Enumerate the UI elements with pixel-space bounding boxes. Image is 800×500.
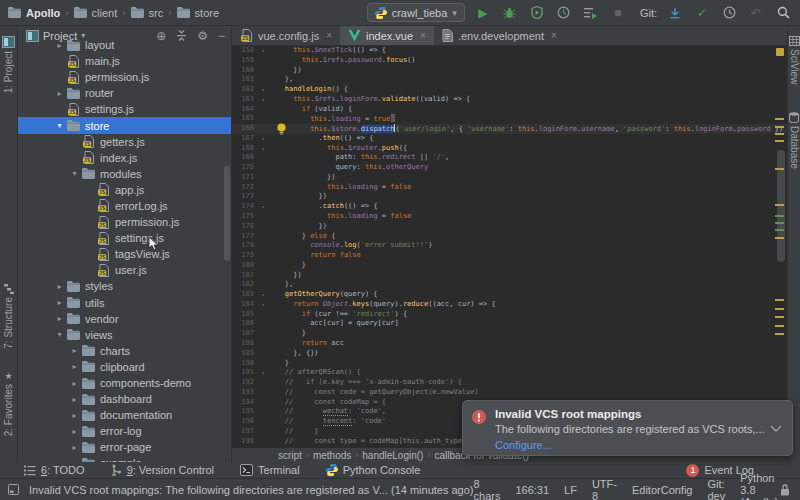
inspection-indicator[interactable] bbox=[776, 48, 784, 56]
tree-item-utils[interactable]: ▸utils bbox=[18, 295, 231, 311]
line-number[interactable]: 158 bbox=[232, 46, 258, 56]
chevron-collapsed-icon[interactable]: ▸ bbox=[68, 411, 81, 420]
tree-item-tagsview-js[interactable]: JStagsView.js bbox=[18, 246, 231, 262]
tree-item-modules[interactable]: ▾modules bbox=[18, 166, 231, 182]
line-number[interactable]: 194 bbox=[232, 398, 258, 408]
breadcrumb-item[interactable]: src bbox=[131, 7, 164, 19]
tree-item-layout[interactable]: ▸layout bbox=[18, 37, 231, 53]
fold-marker-icon[interactable]: ▾ bbox=[258, 95, 268, 105]
fold-marker-icon[interactable]: ▾ bbox=[258, 300, 268, 310]
tree-item-components-demo[interactable]: ▸components-demo bbox=[18, 375, 231, 391]
fold-marker-icon[interactable]: ▾ bbox=[258, 134, 268, 144]
status-message[interactable]: Invalid VCS root mappings: The following… bbox=[29, 484, 474, 496]
warning-stripe-mark[interactable] bbox=[775, 325, 784, 327]
statusbar-widget[interactable]: Python 3.8 (Apollo) bbox=[740, 472, 778, 500]
tree-item-user-js[interactable]: JSuser.js bbox=[18, 262, 231, 278]
tree-item-app-js[interactable]: JSapp.js bbox=[18, 182, 231, 198]
line-number[interactable]: 186 bbox=[232, 319, 258, 329]
editor-tab[interactable]: JSvue.config.js× bbox=[232, 26, 340, 45]
chevron-collapsed-icon[interactable]: ▸ bbox=[53, 282, 66, 291]
line-number[interactable]: 177 bbox=[232, 232, 258, 242]
ok-stripe-mark[interactable] bbox=[775, 229, 784, 231]
line-number[interactable]: 180 bbox=[232, 261, 258, 271]
debug-button[interactable] bbox=[501, 4, 519, 22]
tree-item-views[interactable]: ▾views bbox=[18, 327, 231, 343]
line-number[interactable]: 175 bbox=[232, 212, 258, 222]
editor-scrollbar[interactable] bbox=[777, 150, 785, 262]
chevron-collapsed-icon[interactable]: ▸ bbox=[68, 395, 81, 404]
tree-item-settings-js[interactable]: JSsettings.js bbox=[18, 101, 231, 117]
line-number[interactable]: 164 bbox=[232, 105, 258, 115]
warning-stripe-mark[interactable] bbox=[775, 118, 784, 120]
chevron-collapsed-icon[interactable]: ▸ bbox=[68, 379, 81, 388]
fold-marker-icon[interactable]: ▾ bbox=[258, 368, 268, 378]
crumb-item[interactable]: handleLogin() bbox=[362, 450, 423, 461]
tree-scrollbar[interactable] bbox=[224, 166, 230, 261]
tree-item-permission-js[interactable]: JSpermission.js bbox=[18, 214, 231, 230]
chevron-collapsed-icon[interactable]: ▸ bbox=[53, 298, 66, 307]
line-number[interactable]: 191 bbox=[232, 368, 258, 378]
tree-item-store[interactable]: ▾store bbox=[18, 117, 231, 133]
stripe-project-button[interactable]: 1: Project bbox=[0, 36, 17, 93]
statusbar-widget[interactable]: UTF-8 bbox=[592, 478, 617, 500]
warning-stripe-mark[interactable] bbox=[775, 133, 784, 135]
statusbar-widget[interactable]: 8 chars bbox=[474, 478, 501, 500]
tree-item-vendor[interactable]: ▸vendor bbox=[18, 311, 231, 327]
toolwindow-switcher-icon[interactable] bbox=[8, 484, 19, 495]
tree-item-router[interactable]: ▸router bbox=[18, 85, 231, 101]
statusbar-widget[interactable]: LF bbox=[564, 484, 577, 496]
configure-link[interactable]: Configure... bbox=[495, 439, 552, 451]
line-number[interactable]: 161 bbox=[232, 75, 258, 85]
run-with-button[interactable] bbox=[582, 4, 600, 22]
close-tab-icon[interactable]: × bbox=[551, 30, 557, 41]
fold-marker-icon[interactable]: ▾ bbox=[258, 144, 268, 154]
vcs-update-button[interactable] bbox=[666, 4, 684, 22]
statusbar-widget[interactable]: EditorConfig bbox=[632, 484, 693, 496]
chevron-expanded-icon[interactable]: ▾ bbox=[53, 121, 66, 130]
ok-stripe-mark[interactable] bbox=[775, 215, 784, 217]
line-number[interactable]: 190 bbox=[232, 359, 258, 369]
stripe-favorites-button[interactable]: ★ 2: Favorites bbox=[0, 371, 17, 436]
fold-marker-icon[interactable]: ▾ bbox=[258, 85, 268, 95]
warning-stripe-mark[interactable] bbox=[775, 237, 784, 239]
tree-item-styles[interactable]: ▸styles bbox=[18, 278, 231, 294]
profiler-button[interactable] bbox=[555, 4, 573, 22]
tree-item-getters-js[interactable]: JSgetters.js bbox=[18, 134, 231, 150]
line-number[interactable]: 173 bbox=[232, 192, 258, 202]
tree-item-index-js[interactable]: JSindex.js bbox=[18, 150, 231, 166]
editor-tab[interactable]: index.vue× bbox=[340, 26, 434, 45]
line-number[interactable]: 170 bbox=[232, 163, 258, 173]
line-number[interactable]: 176 bbox=[232, 222, 258, 232]
warning-stripe-mark[interactable] bbox=[775, 333, 784, 335]
line-number[interactable]: 181 bbox=[232, 271, 258, 281]
tree-item-charts[interactable]: ▸charts bbox=[18, 343, 231, 359]
code-area[interactable]: 158▾ this.$nextTick(() => {159 this.$ref… bbox=[232, 46, 787, 448]
line-number[interactable]: 167 bbox=[232, 134, 258, 144]
line-number[interactable]: 159 bbox=[232, 56, 258, 66]
line-number[interactable]: 174 bbox=[232, 202, 258, 212]
vcs-commit-button[interactable]: ✓ bbox=[693, 4, 711, 22]
line-number[interactable]: 172 bbox=[232, 183, 258, 193]
tree-item-clipboard[interactable]: ▸clipboard bbox=[18, 359, 231, 375]
run-config-selector[interactable]: crawl_tieba ▾ bbox=[367, 3, 465, 22]
warning-stripe-mark[interactable] bbox=[775, 308, 784, 310]
line-number[interactable]: 193 bbox=[232, 388, 258, 398]
stripe-structure-button[interactable]: 7: Structure bbox=[0, 284, 17, 349]
lock-icon[interactable] bbox=[780, 484, 790, 496]
ok-stripe-mark[interactable] bbox=[775, 222, 784, 224]
tree-item-main-js[interactable]: JSmain.js bbox=[18, 53, 231, 69]
line-number[interactable]: 192 bbox=[232, 378, 258, 388]
line-number[interactable]: 195 bbox=[232, 407, 258, 417]
warning-stripe-mark[interactable] bbox=[775, 168, 784, 170]
warning-stripe-mark[interactable] bbox=[775, 316, 784, 318]
warning-stripe-mark[interactable] bbox=[775, 126, 784, 128]
stripe-database-button[interactable]: Database bbox=[788, 112, 800, 169]
line-number[interactable]: 182 bbox=[232, 280, 258, 290]
expand-notification-chevron[interactable] bbox=[770, 425, 782, 432]
toolwindow-button-python-console[interactable]: Python Console bbox=[326, 464, 421, 476]
toolwindow-button-6-todo[interactable]: 6: TODO bbox=[24, 464, 85, 476]
editor-tab[interactable]: .env.development× bbox=[434, 26, 565, 45]
line-number[interactable]: 198 bbox=[232, 437, 258, 447]
vcs-history-button[interactable] bbox=[720, 4, 738, 22]
line-number[interactable]: 163 bbox=[232, 95, 258, 105]
